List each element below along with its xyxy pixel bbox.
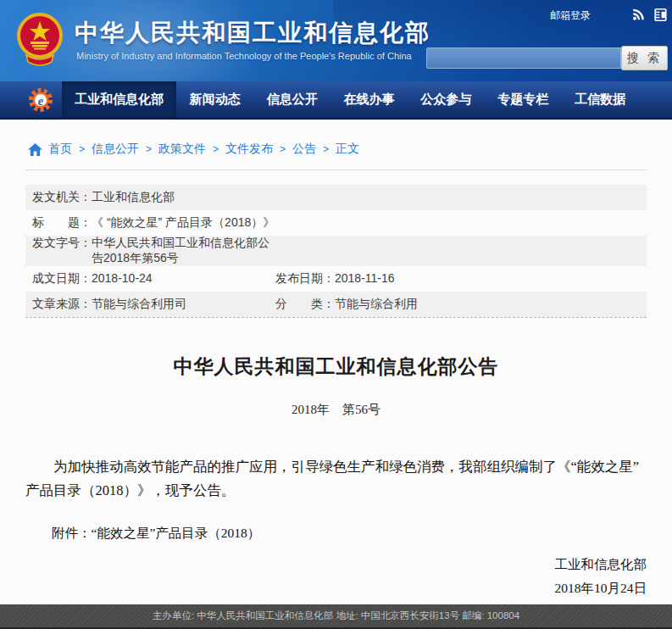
meta-row-title: 标 题： 《 “能效之星” 产品目录（2018）》 bbox=[25, 210, 647, 236]
meta-label: 文章来源： bbox=[32, 297, 92, 312]
meta-value: 节能与综合利用司 bbox=[92, 297, 186, 312]
meta-value: 中华人民共和国工业和信息化部公告2018年第56号 bbox=[92, 236, 275, 266]
rss-icon[interactable] bbox=[627, 4, 648, 25]
search-bar: 搜 索 bbox=[426, 46, 668, 70]
meta-value: 2018-11-16 bbox=[335, 271, 395, 287]
search-input[interactable] bbox=[426, 47, 621, 69]
meta-label: 分 类： bbox=[275, 297, 335, 312]
breadcrumb-home[interactable]: 首页 bbox=[48, 142, 72, 157]
breadcrumb-separator: > bbox=[146, 143, 152, 155]
meta-label: 发布日期： bbox=[275, 271, 335, 287]
document-body: 中华人民共和国工业和信息化部公告 2018年 第56号 为加快推动高效节能产品的… bbox=[0, 353, 672, 600]
breadcrumb-separator: > bbox=[323, 143, 329, 155]
signer-name: 工业和信息化部 bbox=[25, 553, 647, 576]
nav-item-miit[interactable]: 工业和信息化部 bbox=[62, 81, 176, 118]
search-button[interactable]: 搜 索 bbox=[621, 46, 668, 70]
meta-value: 2018-10-24 bbox=[92, 271, 153, 287]
meta-row-dates: 成文日期： 2018-10-24 发布日期： 2018-11-16 bbox=[25, 266, 647, 292]
gear-e-logo-icon: e bbox=[28, 87, 53, 113]
site-header: 中华人民共和国工业和信息化部 Ministry of Industry and … bbox=[0, 0, 672, 81]
meta-row-issuing-agency: 发文机关： 工业和信息化部 bbox=[25, 185, 647, 210]
page: 中华人民共和国工业和信息化部 Ministry of Industry and … bbox=[0, 0, 672, 629]
svg-text:e: e bbox=[38, 94, 44, 108]
signature-date: 2018年10月24日 bbox=[25, 576, 647, 600]
breadcrumb-info-disclosure[interactable]: 信息公开 bbox=[92, 142, 139, 157]
mail-login-link[interactable]: 邮箱登录 bbox=[550, 8, 591, 23]
breadcrumb-document-release[interactable]: 文件发布 bbox=[225, 142, 273, 157]
nav-item-news[interactable]: 新闻动态 bbox=[177, 81, 253, 118]
document-title: 中华人民共和国工业和信息化部公告 bbox=[25, 353, 647, 380]
footer-text: 主办单位: 中华人民共和国工业和信息化部 地址: 中国北京西长安街13号 邮编:… bbox=[153, 610, 519, 622]
nav-item-info-disclosure[interactable]: 信息公开 bbox=[254, 81, 330, 118]
meta-label: 成文日期： bbox=[32, 271, 92, 287]
nav-item-data[interactable]: 工信数据 bbox=[562, 81, 638, 118]
meta-label: 发文机关： bbox=[32, 190, 92, 205]
main-nav: e 工业和信息化部 新闻动态 信息公开 在线办事 公众参与 专题专栏 工信数据 bbox=[0, 81, 672, 120]
national-emblem-icon bbox=[14, 11, 65, 69]
nav-item-public-participation[interactable]: 公众参与 bbox=[408, 81, 484, 118]
signature-block: 工业和信息化部 2018年10月24日 bbox=[25, 553, 647, 600]
nav-item-special-topics[interactable]: 专题专栏 bbox=[485, 81, 561, 118]
breadcrumb-separator: > bbox=[213, 143, 219, 155]
meta-label: 发文字号： bbox=[32, 236, 92, 266]
nav-item-online-services[interactable]: 在线办事 bbox=[330, 81, 407, 118]
breadcrumb: 首页 > 信息公开 > 政策文件 > 文件发布 > 公告 > 正文 bbox=[28, 142, 672, 157]
meta-row-source-category: 文章来源： 节能与综合利用司 分 类： 节能与综合利用 bbox=[25, 292, 647, 317]
attachment-link[interactable]: 附件：“能效之星”产品目录（2018） bbox=[25, 525, 647, 543]
meta-label: 标 题： bbox=[32, 215, 92, 231]
mobile-news-icon[interactable] bbox=[650, 4, 671, 25]
document-paragraph: 为加快推动高效节能产品的推广应用，引导绿色生产和绿色消费，我部组织编制了《“能效… bbox=[25, 455, 647, 503]
content-divider bbox=[25, 170, 647, 170]
document-number: 2018年 第56号 bbox=[25, 402, 647, 418]
nav-items: 工业和信息化部 新闻动态 信息公开 在线办事 公众参与 专题专栏 工信数据 bbox=[62, 81, 638, 118]
breadcrumb-policy-documents[interactable]: 政策文件 bbox=[158, 142, 206, 157]
breadcrumb-separator: > bbox=[79, 143, 85, 155]
meta-value: 《 “能效之星” 产品目录（2018）》 bbox=[92, 215, 275, 231]
meta-value: 节能与综合利用 bbox=[335, 297, 418, 312]
breadcrumb-announcements[interactable]: 公告 bbox=[292, 142, 316, 157]
site-title: 中华人民共和国工业和信息化部 bbox=[75, 17, 430, 49]
breadcrumb-current-article: 正文 bbox=[336, 142, 359, 157]
home-icon[interactable] bbox=[28, 143, 42, 156]
site-subtitle: Ministry of Industry and Information Tec… bbox=[76, 51, 412, 61]
breadcrumb-separator: > bbox=[280, 143, 286, 155]
meta-row-document-number: 发文字号： 中华人民共和国工业和信息化部公告2018年第56号 bbox=[25, 236, 647, 266]
meta-value: 工业和信息化部 bbox=[92, 190, 175, 205]
site-footer: 主办单位: 中华人民共和国工业和信息化部 地址: 中国北京西长安街13号 邮编:… bbox=[0, 604, 672, 629]
document-meta-table: 发文机关： 工业和信息化部 标 题： 《 “能效之星” 产品目录（2018）》 … bbox=[25, 185, 647, 318]
